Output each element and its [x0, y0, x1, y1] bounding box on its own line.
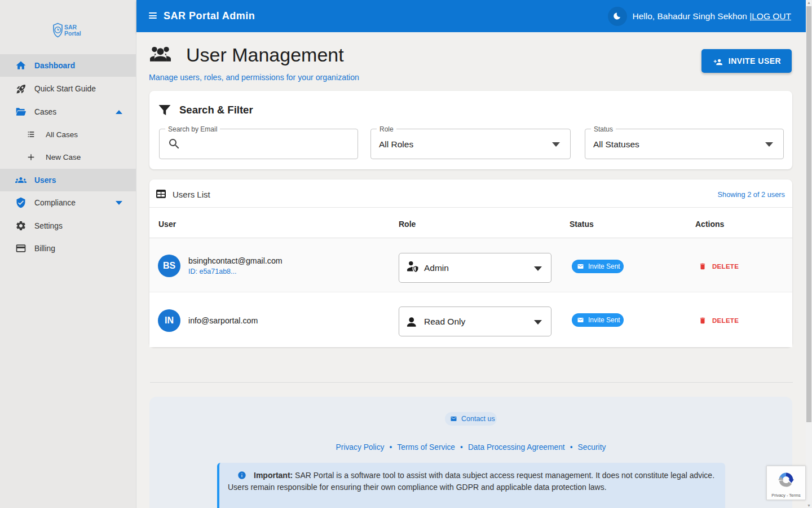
- svg-text:Portal: Portal: [64, 30, 81, 37]
